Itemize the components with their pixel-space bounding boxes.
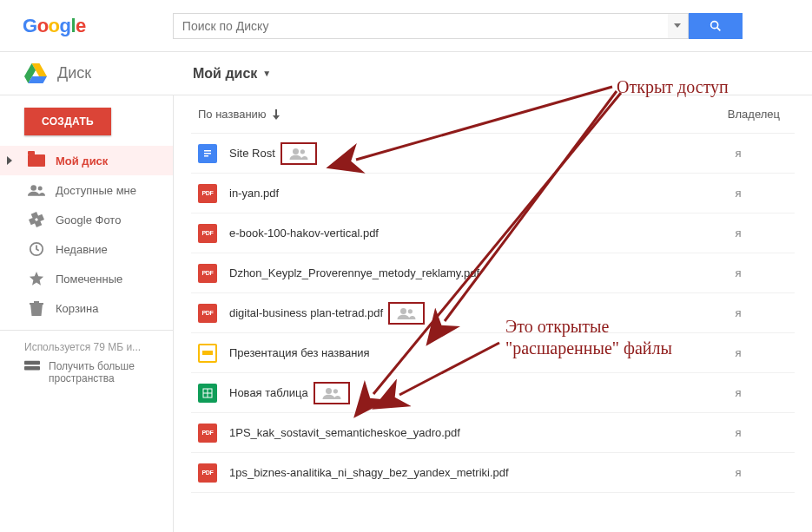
pdf-icon: PDF (198, 463, 217, 483)
search-input[interactable] (173, 13, 668, 39)
gslides-icon (198, 344, 217, 363)
gdoc-icon (198, 144, 217, 163)
column-header-name[interactable]: По названию (198, 108, 710, 121)
svg-point-12 (400, 307, 406, 313)
sidebar-item-label: Мой диск (56, 154, 108, 167)
buy-storage[interactable]: Получить больше пространства (0, 353, 156, 384)
file-owner: я (716, 466, 795, 479)
sort-arrow-icon (272, 109, 281, 120)
file-owner: я (716, 386, 795, 399)
file-row[interactable]: PDFe-book-100-hakov-vertical.pdfя (191, 213, 795, 253)
file-row[interactable]: PDFin-yan.pdfя (191, 174, 795, 213)
svg-rect-8 (204, 153, 211, 154)
file-owner: я (716, 346, 795, 359)
folder-icon (28, 152, 45, 169)
clock-icon (28, 240, 45, 258)
star-icon (28, 270, 45, 287)
file-owner: я (716, 426, 795, 439)
gsheet-icon (198, 384, 217, 403)
trash-icon (28, 299, 45, 317)
pdf-icon: PDF (198, 264, 217, 283)
google-logo: Google (23, 15, 86, 37)
svg-point-2 (30, 185, 36, 191)
file-row[interactable]: Новая таблицая (191, 373, 795, 413)
file-name: Новая таблица (217, 386, 308, 399)
svg-rect-7 (204, 150, 211, 152)
svg-point-11 (300, 149, 305, 154)
storage-icon (24, 360, 40, 375)
file-row[interactable]: PDFdigital-business plan-tetrad.pdfя (191, 293, 795, 333)
storage-usage: Используется 79 МБ и... (0, 330, 173, 353)
column-header-owner[interactable]: Владелец (710, 108, 789, 121)
chevron-down-icon: ▼ (262, 69, 271, 78)
pdf-icon: PDF (198, 184, 217, 203)
svg-rect-9 (204, 155, 208, 157)
file-row[interactable]: Site Rostя (191, 134, 795, 174)
file-name: digital-business plan-tetrad.pdf (217, 306, 383, 319)
buy-storage-label: Получить больше пространства (49, 360, 146, 384)
file-row[interactable]: PDF1ps_biznes-analitika_ni_shagy_bez_yan… (191, 453, 795, 493)
sidebar-item-photos[interactable]: Google Фото (0, 205, 173, 234)
file-owner: я (716, 147, 795, 160)
file-owner: я (716, 187, 795, 200)
sidebar-item-label: Корзина (56, 302, 99, 315)
sidebar-item-starred[interactable]: Помеченные (0, 264, 173, 293)
svg-line-1 (717, 27, 721, 30)
file-name: e-book-100-hakov-vertical.pdf (217, 227, 379, 240)
file-name: Презентация без названия (217, 346, 370, 359)
search-icon (709, 19, 723, 33)
file-owner: я (716, 227, 795, 240)
shared-icon (281, 142, 317, 165)
sidebar-item-recent[interactable]: Недавние (0, 234, 173, 264)
sidebar-item-trash[interactable]: Корзина (0, 293, 173, 323)
pdf-icon: PDF (198, 304, 217, 323)
breadcrumb[interactable]: Мой диск ▼ (193, 66, 271, 82)
create-button[interactable]: СОЗДАТЬ (24, 108, 111, 135)
column-header-name-label: По названию (198, 108, 267, 121)
file-name: 1PS_kak_sostavit_semanticheskoe_yadro.pd… (217, 426, 460, 439)
shared-icon (314, 382, 350, 404)
sidebar-item-label: Доступные мне (56, 184, 136, 197)
search-bar (173, 13, 743, 39)
breadcrumb-label: Мой диск (193, 66, 257, 82)
search-options-caret[interactable] (668, 13, 689, 39)
svg-point-17 (326, 387, 332, 393)
people-icon (28, 181, 45, 199)
file-name: Dzhon_Keyplz_Proverennye_metody_reklamy.… (217, 266, 479, 279)
svg-rect-6 (24, 366, 40, 371)
file-owner: я (716, 266, 795, 279)
svg-point-13 (408, 309, 413, 313)
sidebar: СОЗДАТЬ Мой диск Доступные мне Google Фо… (0, 95, 174, 532)
file-name: Site Rost (217, 147, 275, 160)
drive-icon (24, 63, 47, 84)
file-owner: я (716, 306, 795, 319)
pdf-icon: PDF (198, 424, 217, 443)
file-name: in-yan.pdf (217, 187, 279, 200)
drive-label: Диск (57, 64, 91, 82)
photos-icon (28, 211, 45, 228)
svg-point-3 (38, 186, 43, 190)
file-row[interactable]: PDFDzhon_Keyplz_Proverennye_metody_rekla… (191, 253, 795, 293)
svg-point-10 (293, 148, 299, 154)
file-name: 1ps_biznes-analitika_ni_shagy_bez_yandex… (217, 466, 509, 479)
svg-point-0 (711, 21, 718, 28)
pdf-icon: PDF (198, 224, 217, 243)
column-headers: По названию Владелец (191, 95, 795, 134)
top-bar: Google (0, 0, 812, 52)
drive-header: Диск Мой диск ▼ (0, 52, 812, 95)
svg-point-18 (333, 389, 337, 393)
sidebar-item-label: Google Фото (56, 213, 121, 227)
sidebar-item-shared[interactable]: Доступные мне (0, 175, 173, 205)
file-list: По названию Владелец Site RostяPDFin-yan… (174, 95, 812, 532)
drive-brand: Диск (0, 63, 193, 84)
file-row[interactable]: PDF1PS_kak_sostavit_semanticheskoe_yadro… (191, 413, 795, 453)
search-button[interactable] (689, 13, 743, 39)
sidebar-item-label: Недавние (56, 243, 108, 256)
shared-icon (388, 302, 425, 325)
file-row[interactable]: Презентация без названияя (191, 333, 795, 373)
svg-rect-5 (24, 361, 40, 365)
sidebar-item-my-drive[interactable]: Мой диск (0, 146, 173, 175)
sidebar-item-label: Помеченные (56, 273, 122, 286)
